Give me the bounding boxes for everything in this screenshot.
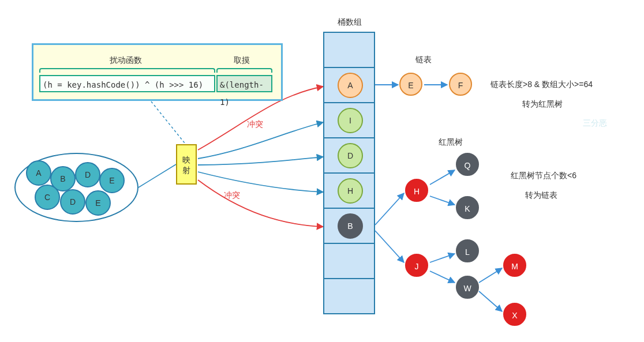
ll-rule-line1: 链表长度>8 & 数组大小>=64 — [491, 80, 593, 90]
conflict-label-bottom: 冲突 — [224, 190, 240, 201]
bracket-modulo — [216, 68, 272, 73]
key-ball: E — [99, 168, 125, 193]
mask-expr: &(length-1) — [216, 75, 272, 92]
bucket-cell: A — [324, 68, 374, 103]
rb-tree-title: 红黑树 — [439, 137, 463, 148]
modulo-label: 取摸 — [234, 55, 250, 66]
svg-line-6 — [430, 196, 455, 205]
svg-line-11 — [479, 291, 502, 311]
svg-line-10 — [479, 268, 502, 283]
bucket-node-H: H — [338, 178, 363, 204]
bucket-array: A I D H B — [323, 32, 375, 314]
mapping-label: 映 射 — [182, 155, 190, 175]
bucket-cell: D — [324, 138, 374, 174]
svg-line-1 — [138, 164, 176, 187]
rb-node-H: H — [405, 179, 428, 202]
svg-line-0 — [151, 102, 185, 143]
rb-node-M: M — [503, 254, 526, 277]
perturb-fn-label: 扰动函数 — [110, 55, 142, 66]
bucket-node-A: A — [338, 73, 363, 98]
bracket-perturb — [39, 68, 215, 73]
bucket-cell: I — [324, 103, 374, 138]
svg-line-5 — [430, 170, 455, 185]
ll-rule-line2: 转为红黑树 — [522, 99, 563, 110]
rb-node-X: X — [503, 303, 526, 326]
rb-rule-line1: 红黑树节点个数<6 — [511, 171, 576, 181]
key-ball: C — [35, 185, 60, 210]
hash-code-expr: (h = key.hashCode()) ^ (h >>> 16) — [39, 75, 215, 92]
bucket-cell: B — [324, 209, 374, 244]
linked-list-title: 链表 — [415, 55, 432, 65]
rb-node-W: W — [456, 276, 479, 299]
rb-node-J: J — [405, 254, 428, 277]
bucket-node-I: I — [338, 108, 363, 133]
key-ball: E — [85, 190, 111, 216]
ll-node-F: F — [449, 73, 472, 96]
key-ball: D — [60, 189, 85, 215]
bucket-array-title: 桶数组 — [338, 17, 362, 28]
svg-line-9 — [430, 271, 455, 283]
ll-node-E: E — [399, 73, 422, 96]
mapping-box: 映 射 — [176, 144, 197, 185]
rb-node-Q: Q — [456, 153, 479, 176]
conflict-label-top: 冲突 — [247, 119, 263, 130]
rb-node-K: K — [456, 196, 479, 219]
svg-line-8 — [430, 254, 455, 262]
key-ball: D — [75, 162, 100, 187]
bucket-node-B: B — [338, 213, 363, 239]
bucket-cell: H — [324, 174, 374, 209]
svg-line-7 — [375, 231, 404, 262]
svg-line-4 — [375, 193, 404, 225]
bucket-cell — [324, 33, 374, 68]
bucket-cell — [324, 244, 374, 279]
bucket-cell — [324, 279, 374, 313]
bucket-node-D: D — [338, 143, 363, 168]
rb-rule-line2: 转为链表 — [525, 190, 557, 201]
watermark: 三分恶 — [583, 118, 607, 129]
key-ball: A — [26, 160, 51, 186]
rb-node-L: L — [456, 239, 479, 262]
